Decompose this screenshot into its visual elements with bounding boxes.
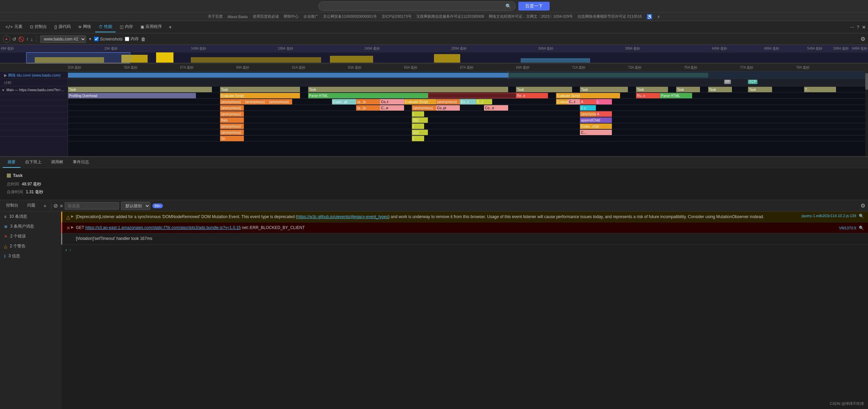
- delete-profile-button[interactable]: 🗑: [141, 36, 146, 42]
- append-block[interactable]: appendChild: [580, 117, 612, 123]
- anon-sub3[interactable]: (anonymous): [220, 124, 244, 129]
- ez-block[interactable]: E.z: [580, 105, 596, 111]
- profiling-block[interactable]: Profiling Overhead: [68, 93, 196, 98]
- tab-network[interactable]: ≋ 网络: [75, 22, 95, 32]
- anon-mid[interactable]: (anonymous): [436, 99, 460, 104]
- cot[interactable]: Co..t: [380, 99, 404, 104]
- as-2[interactable]: (a...)s: [356, 105, 380, 111]
- eval-s-main[interactable]: Evaluate Script: [404, 99, 436, 104]
- browser-search-bar[interactable]: 🔍: [318, 1, 516, 11]
- task-block-2[interactable]: Task: [220, 87, 300, 92]
- task-block-4[interactable]: Task: [516, 87, 572, 92]
- link-icp[interactable]: 京ICP证030173号: [382, 14, 412, 19]
- as-1[interactable]: (a...)s: [356, 99, 380, 104]
- download-button[interactable]: ↓: [31, 36, 33, 42]
- sidebar-item-errors[interactable]: ✕ 2 个错误: [0, 231, 61, 241]
- tab-sources[interactable]: {} 源代码: [51, 22, 74, 32]
- profile-dropdown-icon[interactable]: ▼: [88, 37, 92, 42]
- tracks-content[interactable]: FP FCP Task Task Task Task Task Task Tas…: [68, 71, 868, 156]
- link-beian[interactable]: 京公网安备110000020000001号: [323, 14, 377, 19]
- re-block[interactable]: Re..e: [516, 93, 548, 98]
- anon-3[interactable]: (anonymous): [268, 99, 292, 104]
- link-about[interactable]: 关于百度: [208, 14, 223, 19]
- upload-button[interactable]: ↑: [26, 36, 29, 42]
- memory-toggle[interactable]: 内存: [125, 36, 139, 42]
- sn-block[interactable]: Sn: [220, 136, 244, 141]
- block-312[interactable]: 312: [412, 130, 428, 135]
- ru-block[interactable]: Ru..s: [636, 93, 660, 98]
- collapse-all-icon[interactable]: ≡: [60, 203, 63, 209]
- task-block-6[interactable]: Task: [636, 87, 668, 92]
- tab-console[interactable]: ⊡ 控制台: [27, 22, 50, 32]
- task-block-3[interactable]: Task: [308, 87, 508, 92]
- clear-button[interactable]: 🚫: [18, 36, 24, 42]
- link-help[interactable]: 帮助中心: [284, 14, 299, 19]
- record-button[interactable]: ●: [3, 35, 10, 43]
- evalu-script[interactable]: Evalu...cript: [580, 124, 612, 129]
- tab-summary[interactable]: 摘要: [3, 157, 20, 168]
- tab-performance[interactable]: ⏱ 性能: [95, 22, 116, 32]
- tab-elements[interactable]: </> 元素: [2, 22, 26, 32]
- l-block[interactable]: L: [596, 99, 612, 104]
- anon-sub1[interactable]: (anonymous): [220, 111, 244, 117]
- c-cont[interactable]: C...: [580, 130, 612, 135]
- task-block-1[interactable]: Task: [68, 87, 212, 92]
- link-news[interactable]: 互联网新闻信息服务许可证11220180008: [416, 14, 484, 19]
- vertical-scroll-right[interactable]: [865, 71, 868, 156]
- anon-sub4[interactable]: (anonymous): [220, 130, 244, 135]
- link-terms[interactable]: 使用百度前必读: [253, 14, 279, 19]
- sidebar-item-all[interactable]: ≡ 10 条消息: [0, 212, 61, 222]
- link-culture[interactable]: 网络文化经营许可证：京网文〔2023〕1034-029号: [489, 14, 573, 19]
- baidu-search-button[interactable]: 百度一下: [518, 2, 550, 11]
- tab-calltree[interactable]: 调用树: [46, 157, 68, 168]
- sidebar-item-user[interactable]: ⊕ 3 条用户消息: [0, 222, 61, 231]
- minimap[interactable]: [0, 52, 868, 64]
- task-block-8[interactable]: Task: [708, 87, 732, 92]
- issues-tab-btn[interactable]: 问题: [24, 201, 39, 210]
- coe[interactable]: Co...e: [484, 105, 508, 111]
- then-block[interactable]: then: [220, 117, 244, 123]
- anon-b1[interactable]: (anonymous): [220, 105, 244, 111]
- tab-memory[interactable]: ◫ 内存: [116, 22, 136, 32]
- more-tools-button[interactable]: ⋯: [850, 25, 854, 30]
- task-block-9[interactable]: Task: [748, 87, 772, 92]
- memory-checkbox[interactable]: [125, 37, 129, 41]
- anon-b2[interactable]: (anonymous): [412, 105, 436, 111]
- ce[interactable]: C...e: [380, 105, 404, 111]
- tab-application[interactable]: ▣ 应用程序: [137, 22, 165, 32]
- console-level-select[interactable]: 默认级别: [121, 202, 150, 210]
- search-input[interactable]: [323, 3, 505, 9]
- link-enterprise[interactable]: 企业推广: [303, 14, 318, 19]
- i-block-2[interactable]: i: [412, 124, 424, 129]
- block-311[interactable]: 311: [412, 117, 428, 123]
- a-block[interactable]: A: [580, 99, 596, 104]
- expand-warn-arrow[interactable]: ▶: [71, 214, 74, 218]
- help-button[interactable]: ?: [857, 25, 859, 30]
- vscroll-thumb[interactable]: [865, 73, 868, 90]
- screenshots-toggle[interactable]: Screenshots: [94, 37, 123, 42]
- tab-eventlog[interactable]: 事件日志: [68, 157, 94, 168]
- sidebar-item-info[interactable]: ℹ 3 信息: [0, 251, 61, 261]
- parse-html-2[interactable]: Parse HTML: [660, 93, 692, 98]
- screenshots-checkbox[interactable]: [94, 37, 99, 41]
- copt[interactable]: Co..pt: [436, 105, 460, 111]
- add-tab-button[interactable]: +: [166, 23, 174, 32]
- i-block-1[interactable]: i: [412, 111, 424, 117]
- collapse-icon[interactable]: ∧: [657, 14, 660, 19]
- close-devtools-button[interactable]: ✕: [862, 24, 866, 30]
- anon-1[interactable]: (anonymous): [220, 99, 244, 104]
- clear-console-icon[interactable]: ⊘: [53, 202, 58, 209]
- link-broadcast[interactable]: 信息网络传播视听节目许可证 0110516: [578, 14, 642, 19]
- settings-button[interactable]: ⚙: [861, 36, 865, 42]
- reload-record-button[interactable]: ↺: [12, 36, 16, 42]
- i-block-3[interactable]: i: [412, 136, 424, 141]
- error-source[interactable]: VM1370:9: [839, 226, 856, 230]
- warn-link[interactable]: https://w3c.github.io/uievents/#legacy-e…: [297, 214, 388, 219]
- error-link[interactable]: https://s3.ap-east-1.amazonaws.com/stati…: [85, 225, 241, 230]
- task-block-7[interactable]: Task: [676, 87, 700, 92]
- task-block-10[interactable]: T...: [804, 87, 836, 92]
- console-tab-btn[interactable]: 控制台: [3, 201, 22, 210]
- et[interactable]: E...t: [476, 99, 492, 104]
- eval-script-1[interactable]: Evaluate Script: [220, 93, 300, 98]
- expand-error-arrow[interactable]: ▶: [71, 225, 74, 229]
